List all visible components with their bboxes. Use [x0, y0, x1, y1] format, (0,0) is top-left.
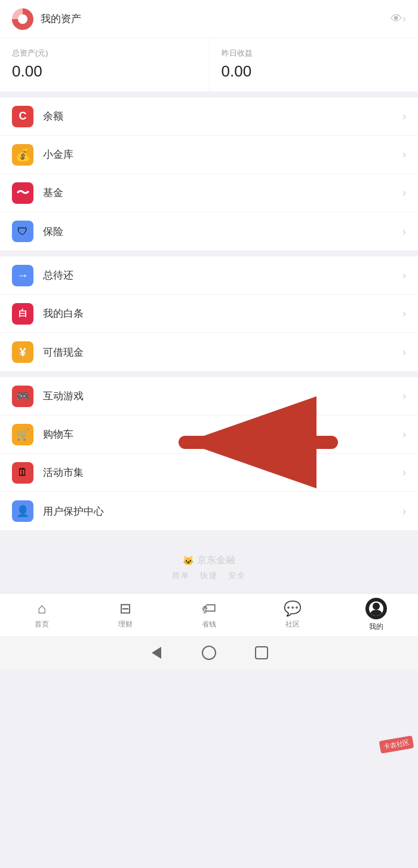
eye-icon[interactable]: 👁	[391, 12, 402, 26]
bottom-nav: ⌂首页⊟理财🏷省钱💬社区我的	[0, 593, 418, 636]
row-fund[interactable]: 〜基金›	[0, 174, 418, 212]
icon-insurance: 🛡	[12, 221, 33, 242]
back-button[interactable]	[148, 644, 165, 661]
recents-button[interactable]	[253, 644, 270, 661]
brand-slogan: · 简单 · 快捷 · 安全 ·	[0, 570, 418, 581]
asset-header-row[interactable]: 我的资产 👁 ›	[0, 0, 418, 38]
nav-icon-home: ⌂	[38, 600, 47, 617]
nav-label-home: 首页	[35, 619, 49, 629]
asset-pie-icon	[12, 8, 33, 30]
row-balance[interactable]: C余额›	[0, 97, 418, 136]
nav-home[interactable]: ⌂首页	[0, 594, 84, 636]
label-activity: 活动市集	[43, 466, 402, 479]
label-game: 互动游戏	[43, 389, 402, 403]
chevron-user: ›	[402, 505, 406, 518]
label-user: 用户保护中心	[43, 505, 402, 518]
icon-cash: ¥	[12, 341, 33, 363]
chevron-insurance: ›	[402, 225, 406, 238]
row-cart[interactable]: 🛒购物车›	[0, 415, 418, 454]
finance-section: C余额›💰小金库›〜基金›🛡保险›	[0, 97, 418, 250]
chevron-cart: ›	[402, 428, 406, 441]
chevron-game: ›	[402, 390, 406, 402]
total-assets-cell: 总资产(元) 0.00	[0, 38, 210, 91]
nav-icon-finance: ⊟	[119, 600, 131, 617]
brand-footer: 🐱 京东金融 · 简单 · 快捷 · 安全 ·	[0, 536, 418, 593]
nav-mine[interactable]: 我的	[334, 594, 418, 636]
yesterday-earnings-cell: 昨日收益 0.00	[210, 38, 419, 91]
row-user[interactable]: 👤用户保护中心›	[0, 492, 418, 530]
brand-logo: 🐱 京东金融	[0, 553, 418, 567]
row-insurance[interactable]: 🛡保险›	[0, 212, 418, 250]
nav-label-save: 省钱	[202, 619, 216, 629]
asset-section: 我的资产 👁 › 总资产(元) 0.00 昨日收益 0.00	[0, 0, 418, 91]
nav-label-mine: 我的	[369, 622, 383, 632]
credit-section: →总待还›白我的白条›¥可借现金›	[0, 256, 418, 371]
home-button[interactable]	[201, 644, 217, 661]
row-game[interactable]: 🎮互动游戏›	[0, 377, 418, 415]
nav-icon-community: 💬	[284, 600, 302, 617]
brand-name: 京东金融	[197, 555, 235, 565]
nav-label-community: 社区	[285, 619, 300, 629]
icon-jinku: 💰	[12, 144, 33, 166]
label-cart: 购物车	[43, 427, 402, 441]
nav-label-finance: 理财	[118, 619, 133, 629]
nav-community[interactable]: 💬社区	[251, 594, 334, 636]
yesterday-label: 昨日收益	[222, 48, 407, 59]
misc-section: 🎮互动游戏›🛒购物车›🗓活动市集›👤用户保护中心›	[0, 377, 418, 530]
avatar-icon	[365, 598, 387, 619]
asset-title: 我的资产	[41, 12, 386, 26]
row-total[interactable]: →总待还›	[0, 256, 418, 295]
asset-chevron: ›	[402, 13, 406, 25]
icon-fund: 〜	[12, 182, 33, 204]
watermark: 卡农社区	[379, 735, 414, 753]
icon-balance: C	[12, 106, 33, 127]
icon-total: →	[12, 265, 33, 286]
nav-finance[interactable]: ⊟理财	[84, 594, 167, 636]
chevron-jinku: ›	[402, 148, 406, 161]
row-jinku[interactable]: 💰小金库›	[0, 136, 418, 174]
label-baitiao: 我的白条	[43, 307, 402, 320]
chevron-total: ›	[402, 269, 406, 282]
icon-baitiao: 白	[12, 303, 33, 325]
label-cash: 可借现金	[43, 346, 402, 359]
total-value: 0.00	[12, 62, 197, 81]
label-jinku: 小金库	[43, 148, 402, 161]
row-baitiao[interactable]: 白我的白条›	[0, 295, 418, 333]
label-insurance: 保险	[43, 225, 402, 239]
icon-user: 👤	[12, 500, 33, 522]
total-label: 总资产(元)	[12, 48, 197, 59]
nav-save[interactable]: 🏷省钱	[167, 594, 251, 636]
yesterday-value: 0.00	[222, 62, 407, 81]
icon-activity: 🗓	[12, 462, 33, 484]
system-bar	[0, 636, 418, 670]
chevron-baitiao: ›	[402, 307, 406, 320]
row-activity[interactable]: 🗓活动市集›	[0, 454, 418, 492]
asset-values: 总资产(元) 0.00 昨日收益 0.00	[0, 38, 418, 91]
icon-game: 🎮	[12, 386, 33, 407]
chevron-activity: ›	[402, 466, 406, 479]
label-balance: 余额	[43, 109, 402, 123]
icon-cart: 🛒	[12, 424, 33, 445]
row-cash[interactable]: ¥可借现金›	[0, 333, 418, 371]
label-total: 总待还	[43, 268, 402, 282]
chevron-cash: ›	[402, 346, 406, 359]
chevron-balance: ›	[402, 110, 406, 123]
nav-icon-save: 🏷	[202, 600, 216, 617]
chevron-fund: ›	[402, 187, 406, 199]
label-fund: 基金	[43, 186, 402, 200]
